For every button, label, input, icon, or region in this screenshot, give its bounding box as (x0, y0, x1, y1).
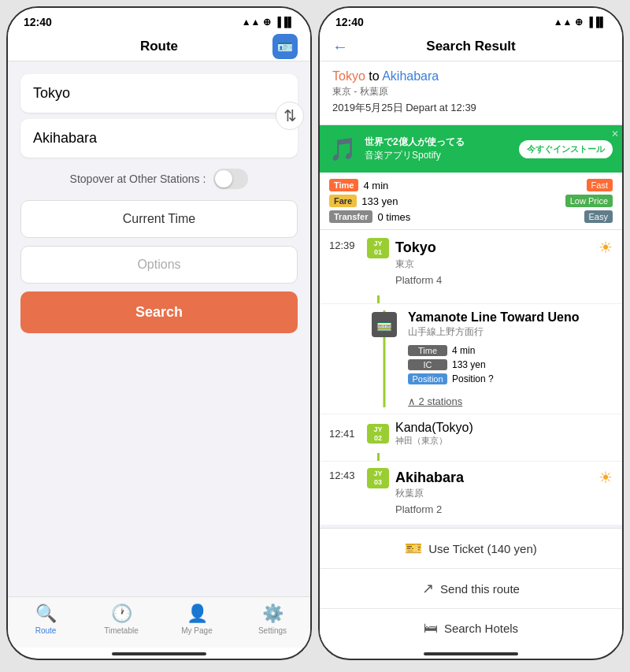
search-hotels-button[interactable]: 🛏 Search Hotels (320, 609, 622, 648)
summary-values: Time 4 min Fare 133 yen Transfer 0 times (329, 179, 559, 223)
signal-icon-r: ▲▲ (554, 17, 573, 28)
train-name-jp: 山手線上野方面行 (408, 325, 613, 339)
ad-line1: 世界で2億人が使ってる (365, 136, 511, 149)
status-time-right: 12:40 (335, 16, 364, 28)
train-info-grid: Time 4 min IC 133 yen Position Position … (408, 345, 613, 384)
train-ic-row: IC 133 yen (408, 359, 613, 370)
status-icons-right: ▲▲ ⊕ ▐▐▌ (554, 17, 606, 28)
tab-route-label: Route (35, 626, 57, 635)
ad-text: 世界で2億人が使ってる 音楽アプリSpotify (365, 136, 511, 162)
tab-bar-left: 🔍 Route 🕐 Timetable 👤 My Page ⚙️ Setting… (8, 596, 310, 648)
nav-icon-card[interactable]: 🪪 (272, 34, 298, 59)
train-pos-val: Position ? (452, 373, 494, 384)
tab-settings[interactable]: ⚙️ Settings (235, 603, 310, 635)
tab-settings-label: Settings (258, 626, 287, 635)
stations-link[interactable]: ∧ 2 stations (408, 391, 613, 407)
hotel-icon: 🛏 (424, 620, 438, 637)
tokyo-sun-icon: ☀ (598, 238, 613, 257)
ad-line2: 音楽アプリSpotify (365, 149, 511, 162)
train-symbol: 🚃 (376, 317, 392, 332)
kanda-time: 12:41 (329, 428, 361, 440)
time-tag: Time (329, 179, 358, 191)
route-date: 2019年5月25日 Depart at 12:39 (332, 101, 610, 115)
nav-bar-left: Route 🪪 (8, 32, 310, 61)
route-timeline: 12:39 JY 01 Tokyo ☀ 東京 Platform 4 (320, 230, 622, 648)
right-phone: 12:40 ▲▲ ⊕ ▐▐▌ ← Search Result Tokyo to … (318, 6, 624, 660)
kanda-info: Kanda(Tokyo) 神田（東京） (395, 421, 473, 447)
kanda-badge: JY 02 (367, 424, 389, 444)
connector-line-2 (320, 453, 622, 461)
transfer-tag: Transfer (329, 210, 372, 223)
use-ticket-button[interactable]: 🎫 Use Ticket (140 yen) (320, 529, 622, 569)
tokyo-station: 12:39 JY 01 Tokyo ☀ 東京 Platform 4 (329, 238, 613, 295)
send-route-button[interactable]: ↗ Send this route (320, 569, 622, 609)
current-time-button[interactable]: Current Time (20, 200, 298, 238)
train-pos-row: Position Position ? (408, 373, 613, 384)
summary-transfer: Transfer 0 times (329, 210, 559, 223)
status-bar-left: 12:40 ▲▲ ⊕ ▐▐▌ (8, 8, 310, 32)
ad-close-button[interactable]: ✕ (611, 128, 619, 139)
stopover-toggle[interactable] (213, 169, 248, 189)
tab-settings-icon: ⚙️ (262, 603, 284, 624)
akihabara-row: 12:43 JY 03 Akihabara ☀ 秋葉原 Platform 2 (320, 461, 622, 525)
swap-icon: ⇅ (284, 106, 297, 125)
tab-route-icon: 🔍 (35, 603, 57, 624)
tab-mypage[interactable]: 👤 My Page (159, 603, 235, 635)
kanda-name-jp: 神田（東京） (395, 435, 473, 447)
akihabara-platform: Platform 2 (395, 503, 613, 515)
tokyo-info: Tokyo ☀ 東京 Platform 4 (395, 238, 613, 295)
fare-tag: Fare (329, 195, 357, 207)
ad-banner[interactable]: 🎵 世界で2億人が使ってる 音楽アプリSpotify 今すぐインストール ✕ (320, 125, 622, 173)
vert-line-1 (377, 295, 380, 303)
options-button[interactable]: Options (20, 246, 298, 284)
result-header: Tokyo to Akihabara 東京 - 秋葉原 2019年5月25日 D… (320, 61, 622, 125)
akihabara-time: 12:43 (329, 468, 361, 481)
tokyo-name: Tokyo (395, 239, 436, 256)
transfer-val: 0 times (377, 211, 410, 223)
home-indicator-right (424, 652, 518, 655)
signal-icon: ▲▲ (242, 17, 261, 28)
route-to: Akihabara (382, 69, 439, 83)
kanda-row: 12:41 JY 02 Kanda(Tokyo) 神田（東京） (320, 414, 622, 453)
nav-title-right: Search Result (426, 39, 515, 54)
tab-timetable[interactable]: 🕐 Timetable (83, 603, 159, 635)
action-buttons: 🎫 Use Ticket (140 yen) ↗ Send this route… (320, 528, 622, 648)
fare-val: 133 yen (361, 195, 398, 207)
akihabara-name-jp: 秋葉原 (395, 487, 613, 500)
train-pos-tag: Position (408, 373, 447, 384)
akihabara-sun-icon: ☀ (598, 468, 613, 487)
train-name: Yamanote Line Toward Ueno (408, 310, 613, 325)
ad-install-button[interactable]: 今すぐインストール (519, 140, 613, 158)
train-details: Yamanote Line Toward Ueno 山手線上野方面行 Time … (408, 310, 613, 407)
search-button[interactable]: Search (20, 291, 298, 333)
tokyo-jy-badge: JY 01 (367, 238, 389, 258)
train-time-row: Time 4 min (408, 345, 613, 356)
akihabara-badge: JY 03 (367, 468, 389, 488)
stopover-row: Stopover at Other Stations : (20, 165, 298, 192)
battery-icon: ▐▐▌ (274, 17, 295, 28)
spotify-icon: 🎵 (329, 136, 357, 162)
badge-fast: Fast (587, 179, 613, 191)
route-form-content: ⇅ Stopover at Other Stations : Current T… (8, 61, 310, 596)
back-button[interactable]: ← (332, 38, 348, 56)
route-from: Tokyo (332, 69, 365, 83)
stopover-label: Stopover at Other Stations : (70, 173, 206, 185)
summary-badges: Fast Low Price Easy (565, 179, 613, 223)
vert-line-2 (377, 453, 380, 461)
tab-mypage-icon: 👤 (187, 603, 208, 624)
to-input-row (20, 119, 298, 158)
to-input[interactable] (20, 119, 298, 158)
swap-button[interactable]: ⇅ (276, 102, 304, 130)
akihabara-name: Akihabara (395, 470, 464, 486)
tab-route[interactable]: 🔍 Route (8, 603, 83, 635)
train-icon: 🚃 (372, 312, 397, 337)
send-route-label: Send this route (440, 582, 520, 596)
from-input[interactable] (20, 74, 298, 113)
battery-icon-r: ▐▐▌ (586, 17, 606, 28)
akihabara-info: Akihabara ☀ 秋葉原 Platform 2 (395, 468, 613, 515)
from-to-container: ⇅ (20, 74, 298, 158)
badge-easy: Easy (584, 210, 613, 223)
connector-line-1 (320, 295, 622, 303)
nav-bar-right: ← Search Result (320, 32, 622, 61)
train-section: 🚃 Yamanote Line Toward Ueno 山手線上野方面行 Tim… (320, 303, 622, 414)
